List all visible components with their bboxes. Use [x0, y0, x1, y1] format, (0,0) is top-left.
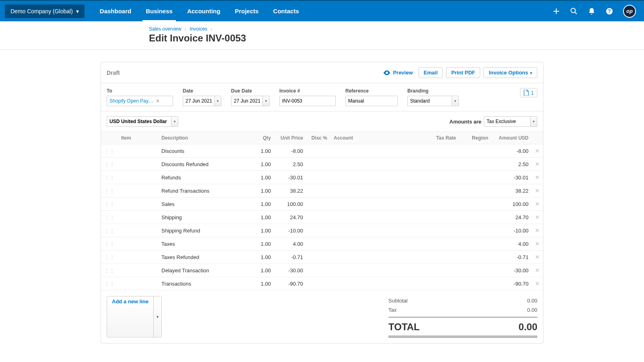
- delete-row-icon[interactable]: ✕: [532, 171, 543, 184]
- cell-region[interactable]: [459, 184, 491, 197]
- cell-unit-price[interactable]: -8.00: [274, 144, 306, 158]
- drag-handle-icon[interactable]: ⋮⋮: [101, 197, 118, 211]
- cell-tax-rate[interactable]: [403, 224, 459, 237]
- dropdown-button[interactable]: ▼: [214, 96, 221, 106]
- delete-row-icon[interactable]: ✕: [532, 211, 543, 224]
- cell-account[interactable]: [330, 224, 403, 237]
- line-item-row[interactable]: ⋮⋮Sales1.00100.00100.00✕: [101, 197, 543, 211]
- dropdown-button[interactable]: ▼: [171, 116, 178, 127]
- cell-amount[interactable]: 2.50: [491, 158, 532, 171]
- cell-description[interactable]: Discounts Refunded: [158, 158, 252, 171]
- delete-row-icon[interactable]: ✕: [532, 237, 543, 251]
- drag-handle-icon[interactable]: ⋮⋮: [101, 211, 118, 224]
- print-pdf-button[interactable]: Print PDF: [446, 67, 480, 78]
- breadcrumb-link[interactable]: Invoices: [190, 26, 207, 32]
- cell-qty[interactable]: 1.00: [252, 211, 274, 224]
- cell-account[interactable]: [330, 158, 403, 171]
- nav-item-projects[interactable]: Projects: [227, 1, 266, 21]
- cell-unit-price[interactable]: -30.01: [274, 171, 306, 184]
- cell-item[interactable]: [118, 211, 158, 224]
- delete-row-icon[interactable]: ✕: [532, 197, 543, 211]
- cell-disc[interactable]: [306, 224, 330, 237]
- cell-item[interactable]: [118, 277, 158, 290]
- cell-qty[interactable]: 1.00: [252, 237, 274, 251]
- cell-region[interactable]: [459, 264, 491, 277]
- cell-description[interactable]: Taxes: [158, 237, 252, 251]
- cell-description[interactable]: Shipping Refund: [158, 224, 252, 237]
- cell-description[interactable]: Shipping: [158, 211, 252, 224]
- cell-tax-rate[interactable]: [403, 264, 459, 277]
- nav-item-dashboard[interactable]: Dashboard: [93, 1, 138, 21]
- line-item-row[interactable]: ⋮⋮Taxes1.004.004.00✕: [101, 237, 543, 251]
- cell-tax-rate[interactable]: [403, 197, 459, 211]
- drag-handle-icon[interactable]: ⋮⋮: [101, 184, 118, 197]
- cell-unit-price[interactable]: 4.00: [274, 237, 306, 251]
- cell-unit-price[interactable]: -90.70: [274, 277, 306, 290]
- cell-disc[interactable]: [306, 171, 330, 184]
- cell-region[interactable]: [459, 144, 491, 158]
- cell-qty[interactable]: 1.00: [252, 197, 274, 211]
- cell-amount[interactable]: 38.22: [491, 184, 532, 197]
- line-item-row[interactable]: ⋮⋮Refunds1.00-30.01-30.01✕: [101, 171, 543, 184]
- search-icon[interactable]: [570, 7, 578, 15]
- cell-region[interactable]: [459, 211, 491, 224]
- add-line-button[interactable]: Add a new line: [107, 296, 153, 337]
- drag-handle-icon[interactable]: ⋮⋮: [101, 171, 118, 184]
- dropdown-button[interactable]: ▼: [262, 96, 270, 106]
- cell-tax-rate[interactable]: [403, 251, 459, 264]
- cell-qty[interactable]: 1.00: [252, 277, 274, 290]
- drag-handle-icon[interactable]: ⋮⋮: [101, 144, 118, 158]
- cell-item[interactable]: [118, 144, 158, 158]
- cell-item[interactable]: [118, 251, 158, 264]
- cell-qty[interactable]: 1.00: [252, 184, 274, 197]
- delete-row-icon[interactable]: ✕: [532, 224, 543, 237]
- line-item-row[interactable]: ⋮⋮Refund Transactions1.0038.2238.22✕: [101, 184, 543, 197]
- files-button[interactable]: 1: [520, 88, 537, 97]
- invoice-options-button[interactable]: Invoice Options: [483, 67, 537, 78]
- cell-amount[interactable]: -10.00: [491, 224, 532, 237]
- line-item-row[interactable]: ⋮⋮Taxes Refunded1.00-0.71-0.71✕: [101, 251, 543, 264]
- cell-item[interactable]: [118, 184, 158, 197]
- cell-amount[interactable]: -90.70: [491, 277, 532, 290]
- cell-amount[interactable]: -30.01: [491, 171, 532, 184]
- cell-disc[interactable]: [306, 197, 330, 211]
- cell-account[interactable]: [330, 264, 403, 277]
- cell-account[interactable]: [330, 184, 403, 197]
- line-item-row[interactable]: ⋮⋮Shipping Refund1.00-10.00-10.00✕: [101, 224, 543, 237]
- amounts-are-select[interactable]: [484, 116, 530, 127]
- cell-qty[interactable]: 1.00: [252, 264, 274, 277]
- dropdown-button[interactable]: ▼: [452, 96, 459, 106]
- cell-item[interactable]: [118, 171, 158, 184]
- clear-icon[interactable]: ✕: [156, 98, 160, 104]
- cell-qty[interactable]: 1.00: [252, 158, 274, 171]
- cell-region[interactable]: [459, 251, 491, 264]
- nav-item-accounting[interactable]: Accounting: [180, 1, 228, 21]
- cell-tax-rate[interactable]: [403, 184, 459, 197]
- preview-link[interactable]: Preview: [383, 70, 413, 76]
- reference-input[interactable]: [345, 96, 398, 106]
- cell-unit-price[interactable]: 24.70: [274, 211, 306, 224]
- cell-amount[interactable]: -8.00: [491, 144, 532, 158]
- cell-tax-rate[interactable]: [403, 211, 459, 224]
- bell-icon[interactable]: [588, 7, 596, 15]
- invoice-number-input[interactable]: [279, 96, 336, 106]
- due-date-input[interactable]: [231, 96, 262, 106]
- date-input[interactable]: [183, 96, 214, 106]
- cell-account[interactable]: [330, 197, 403, 211]
- drag-handle-icon[interactable]: ⋮⋮: [101, 264, 118, 277]
- cell-disc[interactable]: [306, 264, 330, 277]
- cell-unit-price[interactable]: -30.00: [274, 264, 306, 277]
- line-item-row[interactable]: ⋮⋮Delayed Transaction1.00-30.00-30.00✕: [101, 264, 543, 277]
- cell-description[interactable]: Sales: [158, 197, 252, 211]
- drag-handle-icon[interactable]: ⋮⋮: [101, 251, 118, 264]
- cell-qty[interactable]: 1.00: [252, 251, 274, 264]
- contact-token[interactable]: Shopify Open Pay…: [109, 97, 154, 105]
- plus-icon[interactable]: [552, 7, 560, 15]
- line-item-row[interactable]: ⋮⋮Shipping1.0024.7024.70✕: [101, 211, 543, 224]
- dropdown-button[interactable]: ▼: [530, 116, 537, 127]
- cell-disc[interactable]: [306, 211, 330, 224]
- cell-region[interactable]: [459, 237, 491, 251]
- cell-account[interactable]: [330, 144, 403, 158]
- cell-item[interactable]: [118, 237, 158, 251]
- cell-unit-price[interactable]: 2.50: [274, 158, 306, 171]
